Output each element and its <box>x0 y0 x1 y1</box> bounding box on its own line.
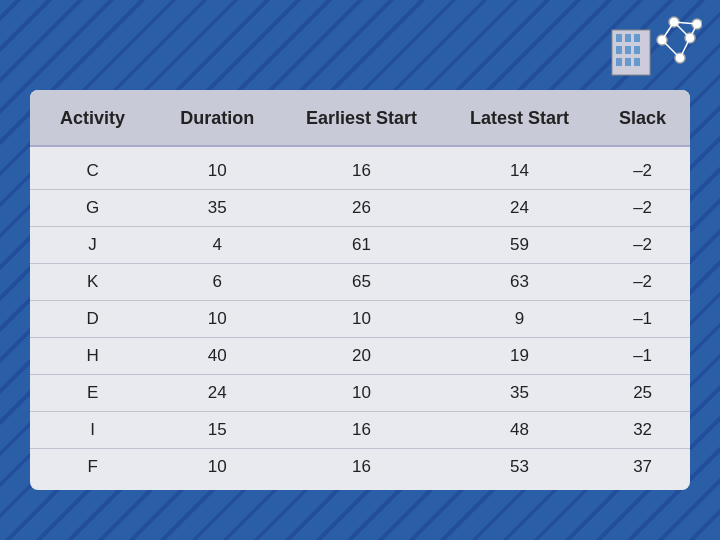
cell-duration: 4 <box>155 227 279 264</box>
cell-latest-start: 63 <box>444 264 595 301</box>
cell-latest-start: 35 <box>444 375 595 412</box>
table-row: H402019–1 <box>30 338 690 375</box>
header-latest-start: Latest Start <box>444 90 595 146</box>
svg-rect-3 <box>634 34 640 42</box>
svg-rect-2 <box>625 34 631 42</box>
cell-activity: H <box>30 338 155 375</box>
cell-activity: J <box>30 227 155 264</box>
cell-latest-start: 53 <box>444 449 595 491</box>
cell-slack: –2 <box>595 146 690 190</box>
table-card: Activity Duration Earliest Start Latest … <box>30 90 690 490</box>
cell-slack: 37 <box>595 449 690 491</box>
cell-slack: 25 <box>595 375 690 412</box>
cell-slack: 32 <box>595 412 690 449</box>
cell-duration: 6 <box>155 264 279 301</box>
header-activity: Activity <box>30 90 155 146</box>
cell-earliest-start: 26 <box>279 190 443 227</box>
cell-slack: –1 <box>595 301 690 338</box>
cell-duration: 10 <box>155 301 279 338</box>
svg-rect-1 <box>616 34 622 42</box>
svg-rect-5 <box>625 46 631 54</box>
table-row: G352624–2 <box>30 190 690 227</box>
cell-slack: –2 <box>595 190 690 227</box>
header-slack: Slack <box>595 90 690 146</box>
logo-area <box>602 10 702 89</box>
svg-rect-8 <box>625 58 631 66</box>
cell-earliest-start: 16 <box>279 412 443 449</box>
cell-slack: –1 <box>595 338 690 375</box>
cell-duration: 24 <box>155 375 279 412</box>
cell-duration: 15 <box>155 412 279 449</box>
cell-duration: 10 <box>155 146 279 190</box>
cell-earliest-start: 61 <box>279 227 443 264</box>
table-header-row: Activity Duration Earliest Start Latest … <box>30 90 690 146</box>
cell-slack: –2 <box>595 227 690 264</box>
cell-latest-start: 59 <box>444 227 595 264</box>
table-row: F10165337 <box>30 449 690 491</box>
cell-duration: 10 <box>155 449 279 491</box>
cell-earliest-start: 16 <box>279 449 443 491</box>
table-row: E24103525 <box>30 375 690 412</box>
table-row: K66563–2 <box>30 264 690 301</box>
cell-activity: I <box>30 412 155 449</box>
cell-latest-start: 19 <box>444 338 595 375</box>
cell-latest-start: 9 <box>444 301 595 338</box>
cell-latest-start: 14 <box>444 146 595 190</box>
table-row: I15164832 <box>30 412 690 449</box>
header-earliest-start: Earliest Start <box>279 90 443 146</box>
svg-rect-6 <box>634 46 640 54</box>
cell-activity: E <box>30 375 155 412</box>
svg-line-17 <box>680 38 690 58</box>
activity-table: Activity Duration Earliest Start Latest … <box>30 90 690 490</box>
table-row: J46159–2 <box>30 227 690 264</box>
header-duration: Duration <box>155 90 279 146</box>
table-row: C101614–2 <box>30 146 690 190</box>
cell-latest-start: 24 <box>444 190 595 227</box>
svg-rect-9 <box>634 58 640 66</box>
cell-activity: C <box>30 146 155 190</box>
cell-activity: D <box>30 301 155 338</box>
svg-rect-7 <box>616 58 622 66</box>
logo-icon <box>602 10 702 85</box>
cell-activity: F <box>30 449 155 491</box>
cell-activity: K <box>30 264 155 301</box>
svg-line-18 <box>662 40 680 58</box>
cell-duration: 40 <box>155 338 279 375</box>
cell-duration: 35 <box>155 190 279 227</box>
cell-earliest-start: 16 <box>279 146 443 190</box>
cell-earliest-start: 10 <box>279 375 443 412</box>
cell-earliest-start: 65 <box>279 264 443 301</box>
cell-latest-start: 48 <box>444 412 595 449</box>
table-row: D10109–1 <box>30 301 690 338</box>
svg-rect-4 <box>616 46 622 54</box>
svg-line-16 <box>662 22 674 40</box>
cell-earliest-start: 10 <box>279 301 443 338</box>
cell-slack: –2 <box>595 264 690 301</box>
svg-line-15 <box>674 22 690 38</box>
cell-activity: G <box>30 190 155 227</box>
cell-earliest-start: 20 <box>279 338 443 375</box>
